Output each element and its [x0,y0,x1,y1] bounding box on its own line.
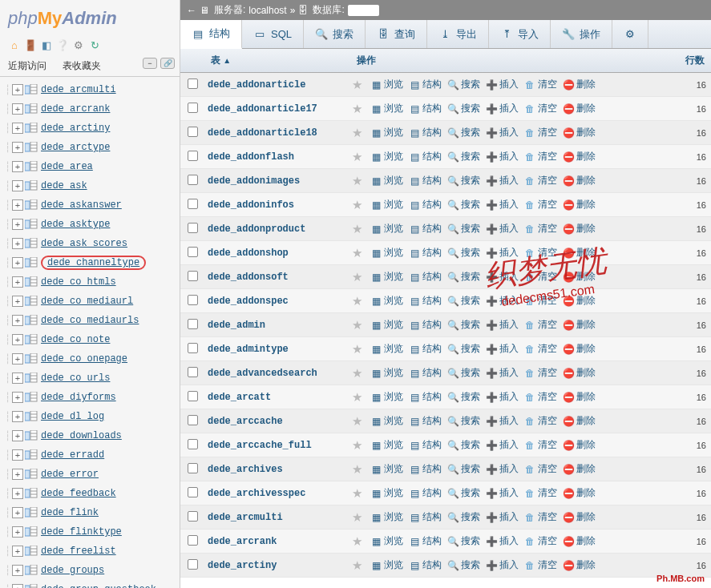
op-empty[interactable]: 🗑清空 [523,534,557,548]
row-checkbox[interactable] [188,343,198,353]
tree-table-link[interactable]: dede_error [41,469,99,480]
op-browse[interactable]: ▦浏览 [370,270,403,284]
favorite-star-icon[interactable]: ★ [349,366,365,381]
op-browse[interactable]: ▦浏览 [370,438,403,452]
op-structure[interactable]: ▤结构 [408,534,442,548]
op-search[interactable]: 🔍搜索 [446,246,480,260]
op-browse[interactable]: ▦浏览 [370,102,403,115]
op-search[interactable]: 🔍搜索 [446,150,480,163]
op-insert[interactable]: ➕插入 [485,534,519,548]
tree-table-link[interactable]: dede_ask [41,180,87,191]
op-insert[interactable]: ➕插入 [485,270,519,284]
op-drop[interactable]: ⛔删除 [562,558,596,572]
th-rows[interactable]: 行数 [679,49,711,72]
expand-icon[interactable]: + [12,411,23,422]
row-checkbox[interactable] [188,319,198,329]
expand-icon[interactable]: + [12,469,23,480]
favorite-star-icon[interactable]: ★ [349,78,365,92]
op-drop[interactable]: ⛔删除 [562,438,596,452]
op-insert[interactable]: ➕插入 [485,198,519,211]
op-drop[interactable]: ⛔删除 [562,102,596,115]
op-browse[interactable]: ▦浏览 [370,318,403,332]
op-drop[interactable]: ⛔删除 [562,462,596,476]
expand-icon[interactable]: + [12,238,23,249]
favorite-star-icon[interactable]: ★ [349,486,365,501]
row-checkbox[interactable] [188,247,198,257]
op-structure[interactable]: ▤结构 [408,126,442,139]
op-search[interactable]: 🔍搜索 [446,510,480,524]
tree-table-link[interactable]: dede_feedback [41,488,116,499]
row-checkbox[interactable] [188,511,198,522]
reload-icon[interactable]: ↻ [88,38,101,51]
op-drop[interactable]: ⛔删除 [562,174,596,187]
expand-icon[interactable]: + [12,180,23,191]
op-browse[interactable]: ▦浏览 [370,294,403,308]
tree-table-link[interactable]: dede_arcmulti [41,84,116,95]
op-structure[interactable]: ▤结构 [408,414,442,428]
tab-more[interactable]: ⚙ [612,20,648,48]
tree-table-link[interactable]: dede_arcrank [41,103,110,115]
op-browse[interactable]: ▦浏览 [370,534,403,548]
op-structure[interactable]: ▤结构 [408,558,442,572]
expand-icon[interactable]: + [12,257,23,268]
op-empty[interactable]: 🗑清空 [523,462,557,476]
favorite-star-icon[interactable]: ★ [349,390,365,405]
op-search[interactable]: 🔍搜索 [446,270,480,284]
op-insert[interactable]: ➕插入 [485,318,519,332]
row-checkbox[interactable] [188,175,198,185]
row-checkbox[interactable] [188,223,198,233]
back-arrow-icon[interactable]: ← [187,5,196,16]
tree-table-link[interactable]: dede_downloads [41,430,122,441]
op-insert[interactable]: ➕插入 [485,390,519,404]
link-icon[interactable]: 🔗 [160,58,175,69]
op-structure[interactable]: ▤结构 [408,462,442,476]
op-structure[interactable]: ▤结构 [408,486,442,500]
tree-table-link[interactable]: dede_freelist [41,546,116,557]
op-structure[interactable]: ▤结构 [408,270,442,284]
op-insert[interactable]: ➕插入 [485,462,519,476]
op-search[interactable]: 🔍搜索 [446,486,480,500]
op-insert[interactable]: ➕插入 [485,126,519,139]
tab-favorites[interactable]: 表收藏夹 [55,56,109,76]
op-drop[interactable]: ⛔删除 [562,318,596,332]
op-structure[interactable]: ▤结构 [408,438,442,452]
table-name-link[interactable]: dede_addonarticle18 [204,127,349,139]
tree-table-link[interactable]: dede_asktype [41,219,110,230]
op-insert[interactable]: ➕插入 [485,414,519,428]
expand-icon[interactable]: + [12,488,23,499]
favorite-star-icon[interactable]: ★ [349,222,365,236]
op-search[interactable]: 🔍搜索 [446,390,480,404]
favorite-star-icon[interactable]: ★ [349,510,365,525]
tree-table-link[interactable]: dede_arctype [41,142,110,153]
logo[interactable]: phpMyAdmin [0,0,180,37]
op-search[interactable]: 🔍搜索 [446,342,480,356]
op-drop[interactable]: ⛔删除 [562,414,596,428]
op-browse[interactable]: ▦浏览 [370,126,403,139]
tab-query[interactable]: 🗄查询 [366,20,427,48]
op-empty[interactable]: 🗑清空 [523,150,557,163]
table-name-link[interactable]: dede_addonarticle [204,79,349,91]
favorite-star-icon[interactable]: ★ [349,318,365,332]
table-name-link[interactable]: dede_addonimages [204,175,349,187]
op-insert[interactable]: ➕插入 [485,438,519,452]
op-insert[interactable]: ➕插入 [485,102,519,115]
favorite-star-icon[interactable]: ★ [349,342,365,356]
op-drop[interactable]: ⛔删除 [562,222,596,236]
home-icon[interactable]: ⌂ [8,38,21,51]
favorite-star-icon[interactable]: ★ [349,414,365,429]
table-name-link[interactable]: dede_advancedsearch [204,368,349,379]
table-name-link[interactable]: dede_addonsoft [204,272,349,283]
tab-import[interactable]: ⤒导入 [489,20,551,48]
op-empty[interactable]: 🗑清空 [523,198,557,211]
expand-icon[interactable]: + [12,142,23,153]
op-structure[interactable]: ▤结构 [408,150,442,163]
op-insert[interactable]: ➕插入 [485,78,519,91]
op-structure[interactable]: ▤结构 [408,318,442,332]
op-search[interactable]: 🔍搜索 [446,366,480,380]
favorite-star-icon[interactable]: ★ [349,246,365,260]
expand-icon[interactable]: + [12,199,23,211]
row-checkbox[interactable] [188,103,198,113]
op-browse[interactable]: ▦浏览 [370,366,403,380]
tree-table-link[interactable]: dede_ask_scores [41,238,127,249]
op-search[interactable]: 🔍搜索 [446,558,480,572]
